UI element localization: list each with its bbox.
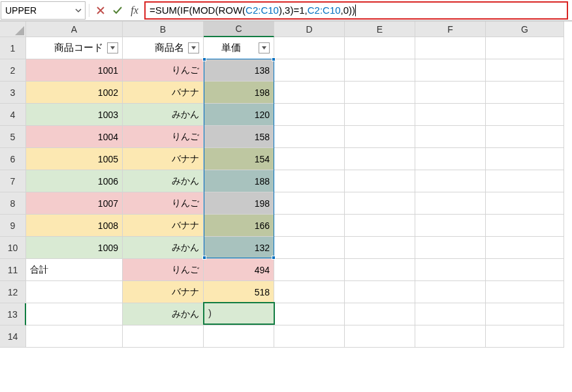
cell[interactable] — [415, 126, 486, 148]
col-header-C[interactable]: C — [204, 22, 274, 37]
col-header-G[interactable]: G — [486, 22, 564, 37]
cell[interactable] — [274, 82, 345, 104]
cell[interactable] — [274, 148, 345, 170]
cell[interactable] — [486, 126, 564, 148]
cell[interactable] — [274, 215, 345, 237]
cell-B7[interactable]: みかん — [123, 170, 204, 192]
cancel-button[interactable] — [92, 2, 109, 19]
cell-B2[interactable]: りんご — [123, 59, 204, 82]
row-header-8[interactable]: 8 — [0, 192, 26, 215]
cell[interactable] — [486, 104, 564, 126]
cell[interactable] — [345, 104, 415, 126]
cell[interactable] — [274, 192, 345, 215]
select-all-corner[interactable] — [0, 22, 26, 37]
cell-B13[interactable]: みかん — [123, 303, 204, 325]
cell-B6[interactable]: バナナ — [123, 148, 204, 170]
cell-C11[interactable]: 494 — [204, 259, 274, 281]
cell[interactable] — [345, 281, 415, 303]
cell-A5[interactable]: 1004 — [26, 126, 123, 148]
cell[interactable] — [274, 59, 345, 82]
row-header-4[interactable]: 4 — [0, 104, 26, 126]
cell[interactable] — [415, 37, 486, 59]
cell-A7[interactable]: 1006 — [26, 170, 123, 192]
cell[interactable] — [274, 259, 345, 281]
cell[interactable] — [274, 303, 345, 325]
cell[interactable] — [345, 303, 415, 325]
col-header-A[interactable]: A — [26, 22, 123, 37]
cell[interactable] — [26, 325, 123, 348]
cell[interactable] — [415, 148, 486, 170]
filter-button[interactable] — [259, 42, 270, 53]
cell[interactable] — [274, 126, 345, 148]
filter-button[interactable] — [188, 42, 199, 53]
cell[interactable] — [415, 82, 486, 104]
cell-C4[interactable]: 120 — [204, 104, 274, 126]
row-header-14[interactable]: 14 — [0, 325, 26, 348]
cell[interactable] — [345, 237, 415, 259]
cell-C12[interactable]: 518 — [204, 281, 274, 303]
header-code[interactable]: 商品コード — [26, 37, 123, 59]
cell-A11[interactable]: 合計 — [26, 259, 123, 281]
cell-B11[interactable]: りんご — [123, 259, 204, 281]
cell[interactable] — [415, 104, 486, 126]
fx-button[interactable]: fx — [126, 5, 143, 16]
cell-C6[interactable]: 154 — [204, 148, 274, 170]
row-header-6[interactable]: 6 — [0, 148, 26, 170]
cell-B3[interactable]: バナナ — [123, 82, 204, 104]
row-header-2[interactable]: 2 — [0, 59, 26, 82]
col-header-F[interactable]: F — [415, 22, 486, 37]
cell[interactable] — [204, 325, 274, 348]
cell[interactable] — [345, 37, 415, 59]
cell-A12[interactable] — [26, 281, 123, 303]
cell[interactable] — [415, 303, 486, 325]
cell-A2[interactable]: 1001 — [26, 59, 123, 82]
row-header-5[interactable]: 5 — [0, 126, 26, 148]
row-header-3[interactable]: 3 — [0, 82, 26, 104]
cell-B4[interactable]: みかん — [123, 104, 204, 126]
name-box-dropdown[interactable] — [72, 2, 85, 19]
cell[interactable] — [415, 170, 486, 192]
cell[interactable] — [486, 192, 564, 215]
row-header-7[interactable]: 7 — [0, 170, 26, 192]
cell[interactable] — [274, 281, 345, 303]
cell[interactable] — [274, 170, 345, 192]
cell[interactable] — [415, 281, 486, 303]
cell-C7[interactable]: 188 — [204, 170, 274, 192]
header-price[interactable]: 単価 — [204, 37, 274, 59]
cell[interactable] — [486, 215, 564, 237]
cell[interactable] — [415, 192, 486, 215]
cell[interactable] — [345, 170, 415, 192]
cell[interactable] — [274, 104, 345, 126]
spreadsheet-grid[interactable]: A B C D E F G 1 商品コード 商品名 単価 2 1001 りんご … — [0, 21, 572, 348]
col-header-B[interactable]: B — [123, 22, 204, 37]
row-header-13[interactable]: 13 — [0, 303, 26, 325]
row-header-11[interactable]: 11 — [0, 259, 26, 281]
cell-C8[interactable]: 198 — [204, 192, 274, 215]
cell-A4[interactable]: 1003 — [26, 104, 123, 126]
cell-A8[interactable]: 1007 — [26, 192, 123, 215]
cell[interactable] — [345, 325, 415, 348]
cell[interactable] — [274, 237, 345, 259]
cell-C3[interactable]: 198 — [204, 82, 274, 104]
cell[interactable] — [486, 325, 564, 348]
row-header-10[interactable]: 10 — [0, 237, 26, 259]
cell[interactable] — [486, 82, 564, 104]
cell[interactable] — [345, 259, 415, 281]
cell[interactable] — [415, 325, 486, 348]
cell[interactable] — [486, 148, 564, 170]
cell-A13[interactable] — [26, 303, 123, 325]
cell-B5[interactable]: りんご — [123, 126, 204, 148]
filter-button[interactable] — [107, 42, 118, 53]
accept-button[interactable] — [109, 2, 126, 19]
cell[interactable] — [486, 59, 564, 82]
cell[interactable] — [415, 237, 486, 259]
cell[interactable] — [486, 303, 564, 325]
cell[interactable] — [486, 259, 564, 281]
cell[interactable] — [486, 170, 564, 192]
cell-A3[interactable]: 1002 — [26, 82, 123, 104]
cell-C13[interactable] — [204, 303, 274, 325]
cell-B12[interactable]: バナナ — [123, 281, 204, 303]
cell-C5[interactable]: 158 — [204, 126, 274, 148]
col-header-E[interactable]: E — [345, 22, 415, 37]
cell[interactable] — [486, 237, 564, 259]
